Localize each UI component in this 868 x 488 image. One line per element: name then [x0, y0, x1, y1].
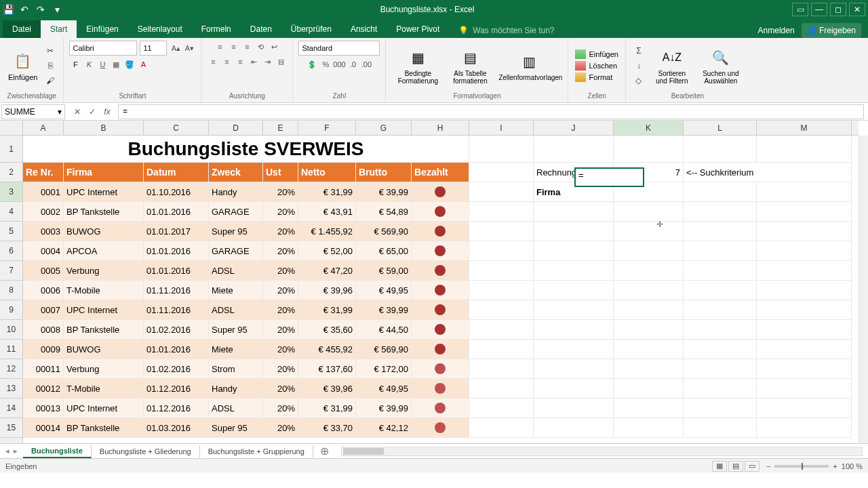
insert-cells-button[interactable]: Einfügen [574, 49, 619, 60]
cell-firma[interactable]: BUWOG [64, 340, 144, 359]
spreadsheet-grid[interactable]: ABCDEFGHIJKLM 123456789101112131415 Buch… [0, 121, 868, 443]
cell-brutto[interactable]: € 49,95 [356, 379, 412, 399]
add-sheet-button[interactable]: ⊕ [313, 445, 336, 458]
cell[interactable] [684, 399, 757, 418]
cell[interactable] [684, 340, 757, 359]
col-header-B[interactable]: B [64, 121, 144, 135]
cell-ust[interactable]: 20% [263, 222, 298, 241]
cell-datum[interactable]: 01.12.2016 [144, 399, 209, 418]
cell-ust[interactable]: 20% [263, 300, 298, 320]
minimize-icon[interactable]: — [811, 3, 827, 16]
row-header-13[interactable]: 13 [0, 379, 22, 399]
cell-bezahlt[interactable] [412, 182, 469, 202]
row-header-8[interactable]: 8 [0, 281, 22, 300]
col-header-J[interactable]: J [534, 121, 614, 135]
cell[interactable] [534, 261, 614, 281]
tab-ueberpruefen[interactable]: Überprüfen [281, 20, 341, 38]
cell-zweck[interactable]: GARAGE [209, 202, 263, 222]
cell-brutto[interactable]: € 569,90 [356, 340, 412, 359]
cell-nr[interactable]: 0008 [23, 320, 64, 340]
col-header-C[interactable]: C [144, 121, 209, 135]
cell-datum[interactable]: 01.03.2016 [144, 418, 209, 438]
cell-nr[interactable]: 00013 [23, 399, 64, 418]
name-box-dropdown-icon[interactable]: ▾ [58, 107, 62, 117]
cell[interactable] [757, 320, 852, 340]
cancel-formula-icon[interactable]: ✕ [71, 105, 84, 119]
cell[interactable] [684, 136, 757, 163]
cell-datum[interactable]: 01.01.2016 [144, 241, 209, 261]
cell[interactable] [469, 241, 534, 261]
font-name-combo[interactable]: Calibri [69, 41, 137, 56]
close-icon[interactable]: ✕ [849, 3, 865, 16]
cells-grid[interactable]: Buchungsliste SVERWEISRe Nr.FirmaDatumZw… [23, 136, 859, 443]
row-header-6[interactable]: 6 [0, 241, 22, 261]
cell-brutto[interactable]: € 39,99 [356, 182, 412, 202]
currency-icon[interactable]: 💲 [306, 58, 318, 70]
row-header-10[interactable]: 10 [0, 320, 22, 340]
delete-cells-button[interactable]: Löschen [574, 60, 619, 71]
cell[interactable] [757, 281, 852, 300]
cell-firma[interactable]: BP Tankstelle [64, 202, 144, 222]
cell-ust[interactable]: 20% [263, 399, 298, 418]
cell-ust[interactable]: 20% [263, 379, 298, 399]
cell-datum[interactable]: 01.12.2016 [144, 379, 209, 399]
cell[interactable] [684, 241, 757, 261]
cell-bezahlt[interactable] [412, 418, 469, 438]
indent-dec-icon[interactable]: ⇤ [248, 56, 260, 68]
cell-firma[interactable]: UPC Internet [64, 300, 144, 320]
cell-firma[interactable]: T-Mobile [64, 281, 144, 300]
cell-datum[interactable]: 01.11.2016 [144, 300, 209, 320]
cell-brutto[interactable]: € 39,99 [356, 399, 412, 418]
cell-brutto[interactable]: € 172,00 [356, 359, 412, 379]
zoom-in-icon[interactable]: + [833, 462, 837, 470]
cell[interactable] [757, 222, 852, 241]
row-header-15[interactable]: 15 [0, 418, 22, 438]
cell-ust[interactable]: 20% [263, 281, 298, 300]
cell[interactable] [614, 418, 684, 438]
cell-zweck[interactable]: Super 95 [209, 222, 263, 241]
cell[interactable] [614, 261, 684, 281]
redo-icon[interactable]: ↷ [35, 4, 46, 15]
cell-netto[interactable]: € 1.455,92 [298, 222, 356, 241]
tab-daten[interactable]: Daten [241, 20, 281, 38]
row-header-9[interactable]: 9 [0, 300, 22, 320]
fx-icon[interactable]: fx [100, 105, 114, 119]
cell-netto[interactable]: € 39,96 [298, 379, 356, 399]
cell-nr[interactable]: 0004 [23, 241, 64, 261]
align-top-icon[interactable]: ≡ [214, 41, 226, 53]
cell[interactable] [757, 241, 852, 261]
cell[interactable] [614, 300, 684, 320]
cell-firma[interactable]: BP Tankstelle [64, 320, 144, 340]
cell[interactable] [684, 222, 757, 241]
column-headers[interactable]: ABCDEFGHIJKLM [23, 121, 859, 136]
clear-icon[interactable]: ◇ [631, 74, 646, 87]
row-header-11[interactable]: 11 [0, 340, 22, 359]
col-header-L[interactable]: L [684, 121, 757, 135]
row-header-12[interactable]: 12 [0, 359, 22, 379]
cut-icon[interactable]: ✂ [43, 44, 58, 58]
cell-bezahlt[interactable] [412, 340, 469, 359]
cell[interactable] [614, 202, 684, 222]
cell-datum[interactable]: 01.11.2016 [144, 281, 209, 300]
cell[interactable] [684, 320, 757, 340]
col-header-I[interactable]: I [469, 121, 534, 135]
align-bottom-icon[interactable]: ≡ [241, 41, 253, 53]
cell-bezahlt[interactable] [412, 281, 469, 300]
align-center-icon[interactable]: ≡ [220, 56, 233, 68]
cell[interactable] [469, 136, 534, 163]
cell-nr[interactable]: 0006 [23, 281, 64, 300]
cell[interactable] [757, 136, 852, 163]
cell[interactable] [614, 340, 684, 359]
cell-nr[interactable]: 00014 [23, 418, 64, 438]
align-left-icon[interactable]: ≡ [207, 56, 219, 68]
cell[interactable] [534, 399, 614, 418]
col-header-H[interactable]: H [412, 121, 469, 135]
cell-brutto[interactable]: € 65,00 [356, 241, 412, 261]
cell-zweck[interactable]: GARAGE [209, 241, 263, 261]
vertical-scrollbar[interactable] [859, 136, 868, 443]
ribbon-options-icon[interactable]: ▭ [792, 3, 808, 16]
cell[interactable] [534, 379, 614, 399]
cell-zweck[interactable]: Miete [209, 281, 263, 300]
cell-bezahlt[interactable] [412, 359, 469, 379]
cell-nr[interactable]: 0003 [23, 222, 64, 241]
